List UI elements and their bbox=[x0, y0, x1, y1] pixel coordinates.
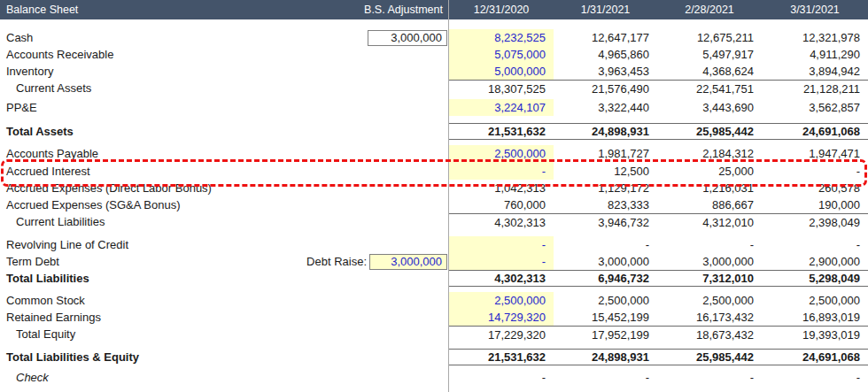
cell-revolver-3: - bbox=[762, 236, 868, 253]
cell-current-assets-3: 21,128,211 bbox=[762, 81, 868, 96]
cell-current-liab-3: 2,398,049 bbox=[762, 214, 868, 230]
cell-ppe-1: 3,322,440 bbox=[554, 99, 657, 116]
cell-ar-0[interactable]: 5,075,000 bbox=[449, 46, 554, 63]
spacer bbox=[0, 116, 868, 123]
cell-total-assets-1: 24,898,931 bbox=[554, 124, 657, 139]
cell-total-le-3: 24,691,068 bbox=[762, 350, 868, 365]
cell-total-le-2: 25,985,442 bbox=[657, 350, 762, 365]
cell-inventory-2: 4,368,624 bbox=[657, 63, 762, 80]
cell-ar-3: 4,911,290 bbox=[762, 46, 868, 63]
cell-revolver-2: - bbox=[657, 236, 762, 253]
cell-check-2: - bbox=[657, 369, 762, 386]
cell-ap-1: 1,981,727 bbox=[554, 145, 657, 162]
cash-adjustment-input[interactable]: 3,000,000 bbox=[368, 30, 447, 46]
cell-term-debt-2: 3,000,000 bbox=[657, 253, 762, 270]
row-retained-earnings: Retained Earnings 14,729,320 15,452,199 … bbox=[0, 309, 868, 326]
cell-total-equity-1: 17,952,199 bbox=[554, 327, 657, 342]
row-total-liabilities: Total Liabilities 4,302,313 6,946,732 7,… bbox=[0, 270, 868, 287]
cell-total-assets-0: 21,531,632 bbox=[449, 124, 554, 139]
cell-total-liab-0: 4,302,313 bbox=[449, 271, 554, 286]
cell-accrued-dl-0: 1,042,313 bbox=[449, 180, 554, 196]
row-label: Total Assets bbox=[0, 125, 306, 138]
column-divider-line bbox=[448, 0, 449, 392]
row-common-stock: Common Stock 2,500,000 2,500,000 2,500,0… bbox=[0, 292, 868, 309]
cell-total-liab-2: 7,312,010 bbox=[657, 271, 762, 286]
cell-ap-0[interactable]: 2,500,000 bbox=[449, 145, 554, 162]
debt-raise-input[interactable]: 3,000,000 bbox=[369, 254, 447, 270]
cell-cash-0[interactable]: 8,232,525 bbox=[449, 29, 554, 46]
cell-inventory-0[interactable]: 5,000,000 bbox=[449, 63, 554, 80]
date-column-header: 2/28/2021 bbox=[657, 0, 762, 19]
cell-retained-earnings-0[interactable]: 14,729,320 bbox=[449, 309, 554, 326]
cell-total-liab-3: 5,298,049 bbox=[762, 271, 868, 286]
row-current-liabilities: Current Liabilities 4,302,313 3,946,732 … bbox=[0, 213, 868, 230]
cell-current-liab-0: 4,302,313 bbox=[449, 214, 554, 230]
row-label: Current Liabilities bbox=[0, 215, 306, 228]
row-check: Check - - - - bbox=[0, 369, 868, 386]
cell-revolver-0[interactable]: - bbox=[449, 236, 554, 253]
row-label: Accrued Interest bbox=[0, 165, 306, 178]
header-row: Balance Sheet B.S. Adjustment 12/31/2020… bbox=[0, 0, 868, 19]
balance-sheet: Balance Sheet B.S. Adjustment 12/31/2020… bbox=[0, 0, 868, 392]
row-label: Cash bbox=[0, 31, 306, 44]
cell-total-le-1: 24,898,931 bbox=[554, 350, 657, 365]
cell-ppe-3: 3,562,857 bbox=[762, 99, 868, 116]
row-label: Current Assets bbox=[0, 81, 306, 95]
cell-total-assets-2: 25,985,442 bbox=[657, 124, 762, 139]
cell-common-stock-2: 2,500,000 bbox=[657, 292, 762, 309]
row-term-debt: Term Debt Debt Raise: 3,000,000 - 3,000,… bbox=[0, 253, 868, 270]
cell-ppe-0[interactable]: 3,224,107 bbox=[449, 99, 554, 116]
cell-check-0: - bbox=[449, 369, 554, 386]
cell-cash-2: 12,675,211 bbox=[657, 29, 762, 46]
cell-accrued-sga-3: 190,000 bbox=[762, 196, 868, 213]
row-revolver: Revolving Line of Credit - - - - bbox=[0, 236, 868, 253]
row-accrued-direct-labor: Accrued Expenses (Direct Labor Bonus) 1,… bbox=[0, 180, 868, 196]
cell-accrued-dl-2: 1,216,031 bbox=[657, 180, 762, 196]
cell-retained-earnings-1: 15,452,199 bbox=[554, 309, 657, 326]
cell-current-liab-1: 3,946,732 bbox=[554, 214, 657, 230]
cell-cash-1: 12,647,177 bbox=[554, 29, 657, 46]
cell-term-debt-0[interactable]: - bbox=[449, 253, 554, 270]
cell-inventory-3: 3,894,942 bbox=[762, 63, 868, 80]
row-label: Accounts Receivable bbox=[0, 48, 306, 61]
row-current-assets: Current Assets 18,307,525 21,576,490 22,… bbox=[0, 80, 868, 96]
cell-total-assets-3: 24,691,068 bbox=[762, 124, 868, 139]
row-inventory: Inventory 5,000,000 3,963,453 4,368,624 … bbox=[0, 63, 868, 80]
cell-revolver-1: - bbox=[554, 236, 657, 253]
row-label: Revolving Line of Credit bbox=[0, 238, 306, 251]
row-label: Accrued Expenses (Direct Labor Bonus) bbox=[0, 181, 306, 195]
cell-inventory-1: 3,963,453 bbox=[554, 63, 657, 80]
row-label: Accrued Expenses (SG&A Bonus) bbox=[0, 198, 306, 211]
cell-accrued-interest-1: 12,500 bbox=[554, 162, 657, 180]
row-label: Term Debt bbox=[0, 255, 306, 268]
row-accounts-receivable: Accounts Receivable 5,075,000 4,965,860 … bbox=[0, 46, 868, 63]
cell-check-1: - bbox=[554, 369, 657, 386]
cell-current-assets-0: 18,307,525 bbox=[449, 81, 554, 96]
cell-total-le-0: 21,531,632 bbox=[449, 350, 554, 365]
cell-common-stock-1: 2,500,000 bbox=[554, 292, 657, 309]
row-cash: Cash 3,000,000 8,232,525 12,647,177 12,6… bbox=[0, 29, 868, 46]
spacer bbox=[0, 342, 868, 349]
row-label: Accounts Payable bbox=[0, 147, 306, 160]
cell-ar-1: 4,965,860 bbox=[554, 46, 657, 63]
row-label: Common Stock bbox=[0, 294, 306, 307]
cell-total-equity-0: 17,229,320 bbox=[449, 327, 554, 342]
cell-accrued-interest-0[interactable]: - bbox=[449, 162, 554, 180]
cell-accrued-dl-3: 260,578 bbox=[762, 180, 868, 196]
date-column-header: 3/31/2021 bbox=[762, 0, 868, 19]
spacer bbox=[0, 19, 868, 29]
cell-total-liab-1: 6,946,732 bbox=[554, 271, 657, 286]
debt-raise-label: Debt Raise: bbox=[306, 255, 367, 268]
cell-accrued-dl-1: 1,129,172 bbox=[554, 180, 657, 196]
cell-retained-earnings-2: 16,173,432 bbox=[657, 309, 762, 326]
cell-current-liab-2: 4,312,010 bbox=[657, 214, 762, 230]
cell-ppe-2: 3,443,690 bbox=[657, 99, 762, 116]
row-label: Inventory bbox=[0, 65, 306, 78]
cell-retained-earnings-3: 16,893,019 bbox=[762, 309, 868, 326]
row-label: Check bbox=[0, 371, 306, 384]
row-label: Total Equity bbox=[0, 327, 306, 341]
row-label: Total Liabilities & Equity bbox=[0, 350, 306, 364]
row-label: Total Liabilities bbox=[0, 272, 306, 285]
cell-common-stock-0[interactable]: 2,500,000 bbox=[449, 292, 554, 309]
date-column-header: 1/31/2021 bbox=[554, 0, 657, 19]
